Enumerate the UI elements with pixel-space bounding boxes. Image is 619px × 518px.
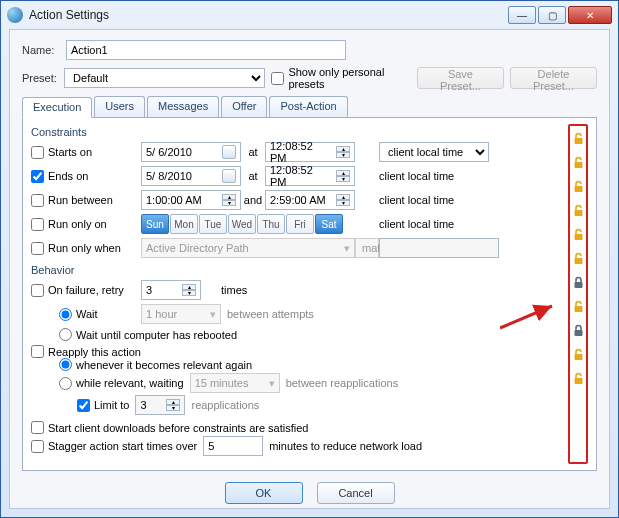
run-between-checkbox[interactable]: Run between [31, 194, 141, 207]
show-personal-presets-checkbox[interactable]: Show only personal presets [271, 66, 417, 90]
whenever-radio[interactable]: whenever it becomes relevant again [59, 358, 588, 371]
chevron-down-icon: ▾ [210, 308, 216, 321]
lock-closed-icon[interactable] [572, 276, 585, 289]
spinner-icon: ▴▾ [336, 194, 350, 206]
time-basis-text: client local time [379, 194, 509, 206]
between-start-input[interactable]: 1:00:00 AM▴▾ [141, 190, 241, 210]
spinner-icon: ▴▾ [182, 284, 196, 296]
svg-rect-8 [574, 330, 582, 336]
name-input[interactable] [66, 40, 346, 60]
when-path-select[interactable]: Active Directory Path▾ [141, 238, 355, 258]
client-area: Name: Preset: Default Show only personal… [9, 29, 610, 509]
delete-preset-button[interactable]: Delete Preset... [510, 67, 597, 89]
constraints-label: Constraints [31, 126, 588, 138]
lock-open-icon[interactable] [572, 252, 585, 265]
day-thu[interactable]: Thu [257, 214, 285, 234]
tab-users[interactable]: Users [94, 96, 145, 117]
day-tue[interactable]: Tue [199, 214, 227, 234]
retry-count-input[interactable]: 3▴▾ [141, 280, 201, 300]
at-label: at [241, 146, 265, 158]
spinner-icon: ▴▾ [166, 399, 180, 411]
start-time-input[interactable]: 12:08:52 PM▴▾ [265, 142, 355, 162]
day-wed[interactable]: Wed [228, 214, 256, 234]
tab-execution[interactable]: Execution [22, 97, 92, 118]
cancel-button[interactable]: Cancel [317, 482, 395, 504]
reapply-checkbox[interactable]: Reapply this action [31, 345, 588, 358]
stagger-checkbox[interactable]: Stagger action start times over [31, 440, 197, 453]
titlebar: Action Settings — ▢ ✕ [1, 1, 618, 29]
end-time-input[interactable]: 12:08:52 PM▴▾ [265, 166, 355, 186]
annotation-arrow [500, 304, 560, 332]
on-failure-retry-checkbox[interactable]: On failure, retry [31, 284, 141, 297]
day-mon[interactable]: Mon [170, 214, 198, 234]
tab-offer[interactable]: Offer [221, 96, 267, 117]
time-basis-text: client local time [379, 218, 509, 230]
run-only-when-checkbox[interactable]: Run only when [31, 242, 141, 255]
behavior-label: Behavior [31, 264, 588, 276]
starts-on-checkbox[interactable]: Starts on [31, 146, 141, 159]
svg-rect-10 [574, 378, 582, 384]
maximize-button[interactable]: ▢ [538, 6, 566, 24]
close-button[interactable]: ✕ [568, 6, 612, 24]
execution-panel: Constraints Starts on 5/ 6/2010 at 12:08… [22, 117, 597, 471]
lock-open-icon[interactable] [572, 372, 585, 385]
run-only-on-checkbox[interactable]: Run only on [31, 218, 141, 231]
spinner-icon: ▴▾ [222, 194, 236, 206]
at-label: at [241, 170, 265, 182]
minimize-button[interactable]: — [508, 6, 536, 24]
preset-label: Preset: [22, 72, 64, 84]
day-fri[interactable]: Fri [286, 214, 314, 234]
limit-count-input[interactable]: 3▴▾ [135, 395, 185, 415]
preset-select[interactable]: Default [64, 68, 265, 88]
svg-rect-1 [574, 162, 582, 168]
day-buttons: Sun Mon Tue Wed Thu Fri Sat [141, 214, 379, 234]
ends-on-checkbox[interactable]: Ends on [31, 170, 141, 183]
svg-rect-5 [574, 258, 582, 264]
action-settings-window: Action Settings — ▢ ✕ Name: Preset: Defa… [0, 0, 619, 518]
times-label: times [221, 284, 331, 296]
svg-rect-2 [574, 186, 582, 192]
lock-open-icon[interactable] [572, 300, 585, 313]
chevron-down-icon: ▾ [269, 377, 275, 390]
and-label: and [241, 194, 265, 206]
save-preset-button[interactable]: Save Preset... [417, 67, 504, 89]
when-op-select[interactable]: matches▾ [355, 238, 379, 258]
tab-post-action[interactable]: Post-Action [269, 96, 347, 117]
lock-column-annotation [568, 124, 588, 464]
name-label: Name: [22, 44, 66, 56]
stagger-minutes-input[interactable] [203, 436, 263, 456]
limit-to-checkbox[interactable]: Limit to [59, 399, 129, 412]
lock-open-icon[interactable] [572, 348, 585, 361]
wait-reboot-radio[interactable]: Wait until computer has rebooted [31, 328, 551, 341]
ok-button[interactable]: OK [225, 482, 303, 504]
reapply-duration-select[interactable]: 15 minutes▾ [190, 373, 280, 393]
between-end-input[interactable]: 2:59:00 AM▴▾ [265, 190, 355, 210]
lock-open-icon[interactable] [572, 132, 585, 145]
lock-open-icon[interactable] [572, 228, 585, 241]
between-reapplications-label: between reapplications [286, 377, 399, 389]
calendar-icon [222, 169, 236, 183]
lock-closed-icon[interactable] [572, 324, 585, 337]
spinner-icon: ▴▾ [336, 170, 350, 182]
when-value-input[interactable] [379, 238, 499, 258]
svg-rect-7 [574, 306, 582, 312]
day-sun[interactable]: Sun [141, 214, 169, 234]
calendar-icon [222, 145, 236, 159]
lock-open-icon[interactable] [572, 180, 585, 193]
tab-messages[interactable]: Messages [147, 96, 219, 117]
lock-open-icon[interactable] [572, 156, 585, 169]
day-sat[interactable]: Sat [315, 214, 343, 234]
tab-strip: Execution Users Messages Offer Post-Acti… [22, 96, 597, 117]
wait-duration-select[interactable]: 1 hour▾ [141, 304, 221, 324]
svg-rect-3 [574, 210, 582, 216]
chevron-down-icon: ▾ [344, 242, 350, 255]
start-date-picker[interactable]: 5/ 6/2010 [141, 142, 241, 162]
time-basis-select[interactable]: client local time [379, 142, 489, 162]
wait-radio[interactable]: Wait [31, 308, 141, 321]
start-downloads-checkbox[interactable]: Start client downloads before constraint… [31, 421, 588, 434]
end-date-picker[interactable]: 5/ 8/2010 [141, 166, 241, 186]
while-relevant-radio[interactable]: while relevant, waiting [59, 377, 184, 390]
reapplications-label: reapplications [191, 399, 259, 411]
window-title: Action Settings [29, 8, 506, 22]
lock-open-icon[interactable] [572, 204, 585, 217]
